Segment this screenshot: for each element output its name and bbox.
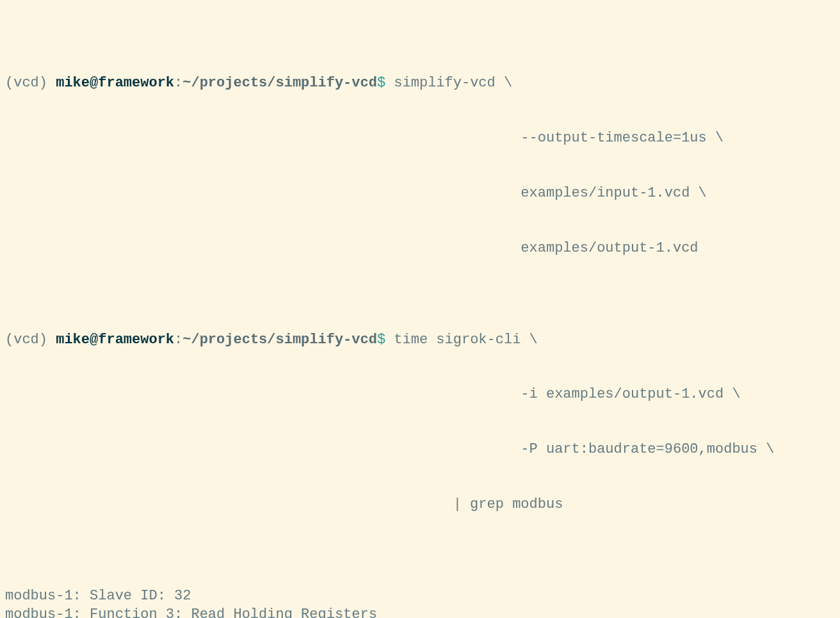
prompt-dollar: $	[377, 332, 385, 348]
command-2-cont-1: -i examples/output-1.vcd \	[5, 386, 835, 404]
command-1-cont-3: examples/output-1.vcd	[5, 240, 835, 258]
command-line-1: (vcd) mike@framework:~/projects/simplify…	[5, 74, 835, 93]
prompt-user: mike@framework	[56, 332, 174, 348]
terminal[interactable]: (vcd) mike@framework:~/projects/simplify…	[0, 0, 840, 618]
output-line: modbus-1: Function 3: Read Holding Regis…	[5, 606, 835, 618]
prompt-path: ~/projects/simplify-vcd	[182, 332, 377, 348]
command-1-text: simplify-vcd \	[385, 75, 512, 91]
prompt-path: ~/projects/simplify-vcd	[182, 75, 377, 91]
command-2-text: time sigrok-cli \	[385, 332, 538, 348]
command-line-2: (vcd) mike@framework:~/projects/simplify…	[5, 331, 835, 350]
prompt-user: mike@framework	[56, 75, 174, 91]
prompt-env: (vcd)	[5, 332, 56, 348]
prompt-env: (vcd)	[5, 75, 56, 91]
command-2-cont-2: -P uart:baudrate=9600,modbus \	[5, 441, 835, 459]
command-1-cont-2: examples/input-1.vcd \	[5, 184, 835, 203]
prompt-dollar: $	[377, 75, 385, 91]
output-block: modbus-1: Slave ID: 32modbus-1: Function…	[5, 587, 835, 618]
prompt-separator: :	[174, 332, 182, 348]
prompt-separator: :	[174, 75, 182, 91]
output-line: modbus-1: Slave ID: 32	[5, 587, 835, 606]
command-1-cont-1: --output-timescale=1us \	[5, 129, 835, 148]
command-2-cont-3: | grep modbus	[5, 496, 835, 514]
